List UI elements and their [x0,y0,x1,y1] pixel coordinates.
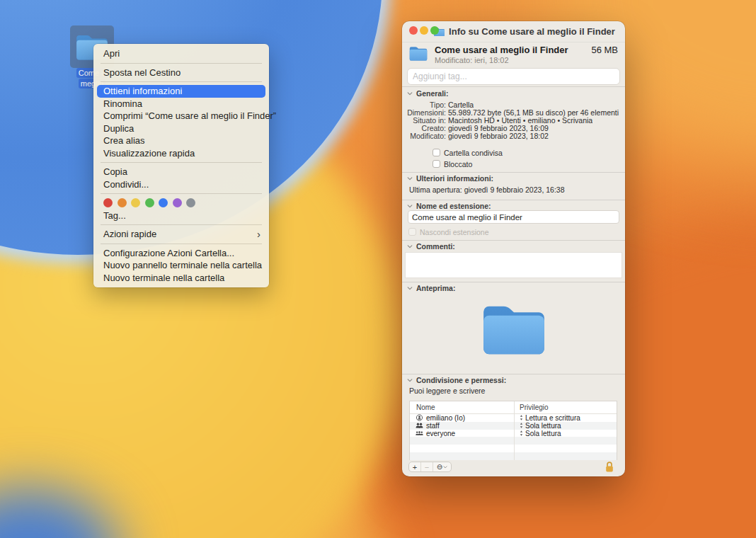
hide-extension-checkbox [408,228,416,236]
remove-user-button[interactable]: − [421,462,433,471]
menu-separator [101,244,262,244]
menu-item-nuovo-pannello-terminale[interactable]: Nuovo pannello terminale nella cartella [93,259,269,272]
section-divider [402,240,625,241]
section-generali: Generali: [407,89,449,98]
tag-color-yellow[interactable] [131,198,140,207]
menu-item-ottieni-informazioni[interactable]: Ottieni informazioni [97,85,265,98]
comments-textarea[interactable] [405,252,622,278]
privilege-popup[interactable]: Sola lettura [514,422,617,430]
checkbox-label: Nascondi estensione [420,228,488,236]
section-divider [402,172,625,173]
chevron-down-icon[interactable] [407,245,413,248]
info-value: giovedì 9 febbraio 2023, 18:02 [448,132,549,140]
action-glyph: ⊖ [437,463,442,471]
menu-item-duplica[interactable]: Duplica [93,122,269,135]
menu-separator [101,63,262,64]
permission-row[interactable]: staff Sola lettura [410,422,617,430]
folder-preview-icon [479,301,549,357]
chevron-down-icon[interactable] [407,205,413,208]
shared-folder-checkbox[interactable] [433,149,440,156]
info-label: Ultima apertura: [409,185,462,194]
tag-color-purple[interactable] [173,198,182,207]
info-label: Modificato: [402,132,446,140]
section-title: Commenti: [416,242,455,251]
menu-separator [101,193,262,194]
menu-item-tag[interactable]: Tag... [93,210,269,222]
tag-color-green[interactable] [145,198,154,207]
menu-item-configurazione-azioni-cartella[interactable]: Configurazione Azioni Cartella... [93,247,269,260]
info-value: 55.989.732 byte (56,1 MB su disco) per 4… [448,109,619,117]
everyone-icon [416,430,423,437]
file-name: Come usare al meglio il Finder [435,45,568,55]
tag-color-orange[interactable] [118,198,127,207]
privilege-value: Sola lettura [525,422,561,430]
empty-row [410,445,617,452]
menu-item-rinomina[interactable]: Rinomina [93,98,269,110]
get-info-window: Info su Come usare al meglio il Finder C… [402,21,625,476]
group-icon [416,422,423,429]
empty-row [410,452,617,460]
generali-info: Tipo: Cartella Dimensioni: 55.989.732 by… [402,101,622,140]
checkbox-label: Cartella condivisa [444,149,503,157]
menu-item-visualizzazione-rapida[interactable]: Visualizzazione rapida [93,147,269,160]
privilege-popup[interactable]: Lettura e scrittura [514,414,617,422]
chevron-down-icon[interactable] [407,287,413,290]
section-title: Condivisione e permessi: [416,376,506,384]
add-tags-input[interactable] [407,68,620,85]
menu-separator [101,224,262,225]
permission-row[interactable]: emiliano (Io) Lettura e scrittura [410,414,617,422]
minimize-button[interactable] [420,26,428,35]
tag-color-blue[interactable] [159,198,168,207]
section-divider [402,86,625,87]
chevron-down-icon[interactable] [407,177,413,181]
info-value: Macintosh HD • Utenti • emiliano • Scriv… [448,117,592,125]
permissions-subtitle: Puoi leggere e scrivere [409,387,485,395]
lock-icon[interactable] [605,461,614,473]
chevron-down-icon[interactable] [407,92,413,96]
menu-item-sposta-nel-cestino[interactable]: Sposta nel Cestino [93,67,269,79]
user-icon [416,414,423,421]
section-title: Nome ed estensione: [416,202,491,210]
section-title: Anteprima: [416,284,455,292]
action-menu-button[interactable]: ⊖ [433,462,451,471]
section-title: Ulteriori informazioni: [416,174,493,183]
close-button[interactable] [409,26,418,35]
menu-item-comprimi[interactable]: Comprimi “Come usare al meglio il Finder… [93,110,269,122]
permission-row[interactable]: everyone Sola lettura [410,430,617,437]
chevron-down-icon [443,466,447,469]
info-row: Modificato: giovedì 9 febbraio 2023, 18:… [402,132,622,140]
chevron-down-icon[interactable] [407,379,413,382]
window-titlebar[interactable]: Info su Come usare al meglio il Finder [402,21,625,42]
permission-user: everyone [426,430,455,437]
menu-item-crea-alias[interactable]: Crea alias [93,134,269,147]
empty-row [410,437,617,445]
updown-arrows-icon [520,430,523,436]
menu-item-condividi[interactable]: Condividi... [93,178,269,191]
menu-item-copia[interactable]: Copia [93,166,269,178]
privilege-popup[interactable]: Sola lettura [514,430,617,437]
folder-icon [408,45,428,62]
hide-extension-row: Nascondi estensione [408,227,488,236]
column-header-nome[interactable]: Nome [410,404,514,411]
section-nome: Nome ed estensione: [407,202,491,210]
tag-color-gray[interactable] [186,198,195,207]
preview-area [402,295,625,363]
menu-separator [101,81,262,82]
permission-user: emiliano (Io) [426,414,465,422]
locked-checkbox-row: Bloccato [433,159,472,168]
menu-item-apri[interactable]: Apri [93,47,269,60]
name-extension-input[interactable] [408,210,619,224]
section-permessi: Condivisione e permessi: [407,376,506,384]
column-header-privilegio[interactable]: Privilegio [514,401,617,413]
section-title: Generali: [416,89,449,98]
menu-item-nuovo-terminale[interactable]: Nuovo terminale nella cartella [93,272,269,285]
zoom-button[interactable] [430,26,439,35]
updown-arrows-icon [520,423,523,428]
add-user-button[interactable]: + [409,462,421,471]
section-divider [402,282,625,282]
menu-item-azioni-rapide[interactable]: Azioni rapide › [93,228,269,241]
privilege-value: Sola lettura [525,430,561,437]
locked-checkbox[interactable] [433,160,440,168]
section-anteprima: Anteprima: [407,284,455,292]
tag-color-red[interactable] [103,198,113,207]
